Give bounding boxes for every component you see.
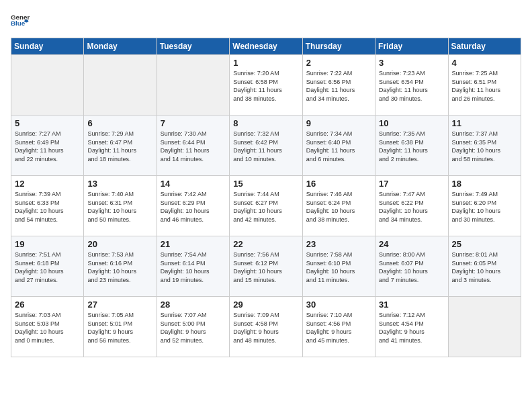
day-number: 18 [452, 179, 517, 189]
day-info-line: Daylight: 11 hours [233, 86, 298, 95]
day-number: 28 [161, 300, 226, 310]
day-info-line: Sunset: 6:38 PM [379, 138, 444, 147]
day-info-line: and 15 minutes. [233, 276, 298, 285]
day-info-line: Daylight: 9 hours [306, 328, 371, 336]
day-info-line: Sunset: 6:42 PM [233, 138, 298, 147]
day-info-line: Sunset: 6:49 PM [15, 138, 80, 147]
calendar-cell: 16Sunrise: 7:46 AMSunset: 6:24 PMDayligh… [302, 176, 375, 236]
day-info-line: Sunset: 4:56 PM [306, 320, 371, 328]
day-info-line: Sunset: 6:20 PM [452, 199, 517, 208]
day-info-line: Sunrise: 7:25 AM [452, 69, 517, 78]
day-info-line: Sunrise: 7:23 AM [379, 69, 444, 78]
day-number: 27 [87, 300, 152, 310]
day-info-line: Daylight: 10 hours [87, 207, 152, 216]
day-info-line: Sunset: 4:54 PM [379, 320, 444, 328]
day-info-line: Sunrise: 7:05 AM [87, 311, 152, 320]
day-info-line: and 41 minutes. [379, 336, 444, 345]
week-row-2: 5Sunrise: 7:27 AMSunset: 6:49 PMDaylight… [11, 116, 521, 176]
col-header-tuesday: Tuesday [157, 38, 229, 55]
calendar-cell: 19Sunrise: 7:51 AMSunset: 6:18 PMDayligh… [11, 236, 84, 297]
day-info-line: Sunset: 6:54 PM [379, 78, 444, 87]
day-info-line: Sunset: 6:16 PM [87, 259, 152, 268]
day-info-line: Sunrise: 7:54 AM [161, 250, 226, 259]
day-number: 11 [452, 118, 517, 128]
day-number: 22 [233, 239, 298, 249]
calendar-cell [448, 297, 521, 357]
calendar-cell [84, 55, 157, 116]
day-info-line: Daylight: 9 hours [161, 328, 226, 336]
day-info-line: Sunset: 6:05 PM [452, 259, 517, 268]
day-info-line: and 27 minutes. [15, 276, 80, 285]
calendar-cell: 2Sunrise: 7:22 AMSunset: 6:56 PMDaylight… [302, 55, 375, 116]
day-info-line: Daylight: 11 hours [306, 146, 371, 155]
day-info-line: Sunrise: 7:58 AM [306, 250, 371, 259]
day-number: 29 [233, 300, 298, 310]
calendar-cell [11, 55, 84, 116]
week-row-3: 12Sunrise: 7:39 AMSunset: 6:33 PMDayligh… [11, 176, 521, 236]
day-info-line: Sunrise: 7:20 AM [233, 69, 298, 78]
calendar-cell: 25Sunrise: 8:01 AMSunset: 6:05 PMDayligh… [448, 236, 521, 297]
day-info-line: Sunset: 4:58 PM [233, 320, 298, 328]
day-info-line: Sunset: 6:22 PM [379, 199, 444, 208]
day-info-line: Sunrise: 7:22 AM [306, 69, 371, 78]
day-info-line: and 34 minutes. [306, 95, 371, 103]
day-info-line: Daylight: 10 hours [379, 267, 444, 276]
calendar-cell: 23Sunrise: 7:58 AMSunset: 6:10 PMDayligh… [302, 236, 375, 297]
day-info-line: Sunset: 6:29 PM [161, 199, 226, 208]
day-number: 3 [379, 58, 444, 68]
col-header-friday: Friday [375, 38, 448, 55]
calendar-cell: 28Sunrise: 7:07 AMSunset: 5:00 PMDayligh… [157, 297, 229, 357]
calendar-cell: 31Sunrise: 7:12 AMSunset: 4:54 PMDayligh… [375, 297, 448, 357]
day-info-line: Sunset: 6:24 PM [306, 199, 371, 208]
svg-text:Blue: Blue [11, 19, 26, 27]
day-info-line: Sunrise: 7:09 AM [233, 311, 298, 320]
day-info-line: Sunset: 6:14 PM [161, 259, 226, 268]
calendar-cell: 22Sunrise: 7:56 AMSunset: 6:12 PMDayligh… [230, 236, 302, 297]
day-info-line: and 54 minutes. [15, 216, 80, 224]
day-info-line: and 14 minutes. [161, 155, 226, 164]
day-info-line: Daylight: 11 hours [87, 146, 152, 155]
day-number: 19 [15, 239, 80, 249]
calendar-cell: 17Sunrise: 7:47 AMSunset: 6:22 PMDayligh… [375, 176, 448, 236]
day-number: 14 [161, 179, 226, 189]
day-info-line: and 46 minutes. [161, 216, 226, 224]
day-info-line: Sunrise: 7:07 AM [161, 311, 226, 320]
calendar-cell: 13Sunrise: 7:40 AMSunset: 6:31 PMDayligh… [84, 176, 157, 236]
col-header-thursday: Thursday [302, 38, 375, 55]
day-info-line: Sunset: 6:44 PM [161, 138, 226, 147]
day-info-line: and 38 minutes. [306, 216, 371, 224]
calendar-cell: 4Sunrise: 7:25 AMSunset: 6:51 PMDaylight… [448, 55, 521, 116]
day-info-line: Sunrise: 7:37 AM [452, 130, 517, 138]
day-info-line: Daylight: 10 hours [452, 146, 517, 155]
day-info-line: Sunset: 6:31 PM [87, 199, 152, 208]
calendar-cell: 9Sunrise: 7:34 AMSunset: 6:40 PMDaylight… [302, 116, 375, 176]
calendar-cell: 10Sunrise: 7:35 AMSunset: 6:38 PMDayligh… [375, 116, 448, 176]
day-number: 4 [452, 58, 517, 68]
day-info-line: Sunrise: 7:32 AM [233, 130, 298, 138]
day-info-line: Daylight: 10 hours [161, 207, 226, 216]
day-info-line: Sunrise: 7:46 AM [306, 190, 371, 199]
day-info-line: and 18 minutes. [87, 155, 152, 164]
day-number: 16 [306, 179, 371, 189]
day-info-line: Sunset: 6:47 PM [87, 138, 152, 147]
day-info-line: Sunrise: 8:01 AM [452, 250, 517, 259]
day-info-line: Sunrise: 7:56 AM [233, 250, 298, 259]
calendar-cell: 12Sunrise: 7:39 AMSunset: 6:33 PMDayligh… [11, 176, 84, 236]
calendar-cell: 21Sunrise: 7:54 AMSunset: 6:14 PMDayligh… [157, 236, 229, 297]
day-info-line: and 48 minutes. [233, 336, 298, 345]
day-info-line: Daylight: 11 hours [379, 146, 444, 155]
day-info-line: Sunset: 6:58 PM [233, 78, 298, 87]
day-info-line: and 52 minutes. [161, 336, 226, 345]
day-info-line: Daylight: 9 hours [233, 328, 298, 336]
day-info-line: Sunrise: 7:29 AM [87, 130, 152, 138]
day-info-line: Daylight: 10 hours [452, 207, 517, 216]
day-number: 13 [87, 179, 152, 189]
calendar-cell: 30Sunrise: 7:10 AMSunset: 4:56 PMDayligh… [302, 297, 375, 357]
day-info-line: and 3 minutes. [452, 276, 517, 285]
day-info-line: and 7 minutes. [379, 276, 444, 285]
day-info-line: Daylight: 11 hours [452, 86, 517, 95]
day-info-line: Daylight: 9 hours [379, 328, 444, 336]
calendar-cell: 24Sunrise: 8:00 AMSunset: 6:07 PMDayligh… [375, 236, 448, 297]
week-row-4: 19Sunrise: 7:51 AMSunset: 6:18 PMDayligh… [11, 236, 521, 297]
calendar-cell: 14Sunrise: 7:42 AMSunset: 6:29 PMDayligh… [157, 176, 229, 236]
